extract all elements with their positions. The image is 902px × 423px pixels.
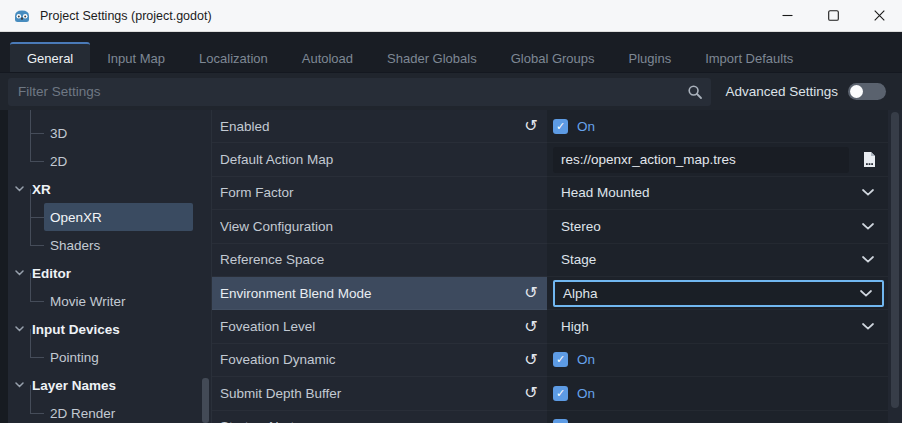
toggle-knob — [850, 85, 863, 98]
close-icon — [874, 10, 885, 21]
tree-item-label: Movie Writer — [50, 294, 126, 309]
checkmark-icon: ✓ — [556, 120, 565, 133]
revert-icon[interactable]: ↺ — [521, 116, 541, 136]
file-icon — [862, 151, 877, 168]
titlebar[interactable]: Project Settings (project.godot) — [0, 0, 902, 32]
foveation-dynamic-checkbox[interactable]: ✓ — [553, 352, 568, 367]
action-map-path-field[interactable]: res://openxr_action_map.tres — [553, 147, 849, 173]
chevron-down-icon — [15, 186, 24, 192]
sidebar-scrollbar-thumb[interactable] — [202, 378, 209, 423]
chevron-down-icon — [15, 326, 24, 332]
settings-tab-bar: General Input Map Localization Autoload … — [0, 32, 902, 72]
startup-alert-checkbox[interactable]: ✓ — [553, 419, 568, 423]
setting-label: Default Action Map — [220, 152, 541, 167]
tree-item-shaders[interactable]: Shaders — [8, 231, 211, 259]
tree-item-3d[interactable]: 3D — [8, 119, 211, 147]
checkmark-icon: ✓ — [556, 353, 565, 366]
tab-general[interactable]: General — [10, 42, 90, 72]
setting-row-foveation-dynamic: Foveation Dynamic ↺ ✓ On — [212, 344, 902, 377]
tree-section-input-devices[interactable]: Input Devices — [8, 315, 211, 343]
tree-item-movie-writer[interactable]: Movie Writer — [8, 287, 211, 315]
tree-section-layer-names[interactable]: Layer Names — [8, 371, 211, 399]
tab-import-defaults[interactable]: Import Defaults — [688, 42, 810, 72]
checkbox-state-label: On — [577, 119, 595, 134]
tree-section-label: XR — [32, 182, 51, 197]
view-configuration-dropdown[interactable]: Stereo — [553, 213, 884, 240]
filter-placeholder: Filter Settings — [18, 84, 101, 99]
setting-row-default-action-map: Default Action Map res://openxr_action_m… — [212, 143, 902, 176]
setting-label: Enabled — [220, 119, 521, 134]
minimize-icon — [782, 10, 793, 21]
browse-file-button[interactable] — [854, 147, 884, 173]
maximize-icon — [828, 10, 839, 21]
project-settings-window: { "window": { "title": "Project Settings… — [0, 0, 902, 423]
tree-item-pointing[interactable]: Pointing — [8, 343, 211, 371]
minimize-button[interactable] — [764, 0, 810, 31]
dropdown-value: Head Mounted — [561, 185, 862, 200]
checkbox-state-label: On — [577, 352, 595, 367]
settings-scrollbar-thumb[interactable] — [891, 112, 899, 408]
submit-depth-buffer-checkbox[interactable]: ✓ — [553, 386, 568, 401]
reference-space-dropdown[interactable]: Stage — [553, 246, 884, 273]
tab-localization[interactable]: Localization — [182, 42, 285, 72]
setting-row-form-factor: Form Factor Head Mounted — [212, 177, 902, 210]
dropdown-value: High — [561, 319, 862, 334]
tree-item-2d-render[interactable]: 2D Render — [8, 399, 211, 423]
tab-autoload[interactable]: Autoload — [285, 42, 370, 72]
tree-item-label: Shaders — [50, 238, 100, 253]
tree-section-label: Editor — [32, 266, 71, 281]
setting-row-reference-space: Reference Space Stage — [212, 244, 902, 277]
tree-section-label: Layer Names — [32, 378, 116, 393]
chevron-down-icon — [15, 270, 24, 276]
dropdown-value: Stage — [561, 252, 862, 267]
tree-item-2d[interactable]: 2D — [8, 147, 211, 175]
maximize-button[interactable] — [810, 0, 856, 31]
search-icon — [687, 84, 703, 100]
revert-icon[interactable]: ↺ — [521, 383, 541, 403]
foveation-level-dropdown[interactable]: High — [553, 313, 884, 340]
setting-label: View Configuration — [220, 219, 541, 234]
form-factor-dropdown[interactable]: Head Mounted — [553, 179, 884, 206]
tab-global-groups[interactable]: Global Groups — [494, 42, 612, 72]
content-area: 3D 2D XR OpenXR Shaders Editor Movie Wri… — [0, 110, 902, 423]
advanced-settings-toggle[interactable] — [848, 83, 886, 100]
filter-settings-input[interactable]: Filter Settings — [8, 78, 711, 106]
tab-plugins[interactable]: Plugins — [612, 42, 689, 72]
environment-blend-mode-dropdown[interactable]: Alpha — [553, 280, 884, 307]
tree-item-label: OpenXR — [50, 210, 102, 225]
setting-label: Form Factor — [220, 185, 541, 200]
settings-category-tree[interactable]: 3D 2D XR OpenXR Shaders Editor Movie Wri… — [8, 110, 212, 423]
setting-label: Foveation Level — [220, 319, 521, 334]
revert-icon[interactable]: ↺ — [521, 317, 541, 337]
path-value: res://openxr_action_map.tres — [561, 152, 736, 167]
tree-section-xr[interactable]: XR — [8, 175, 211, 203]
tree-section-label: Input Devices — [32, 322, 120, 337]
tree-item-label: 2D Render — [50, 406, 115, 421]
window-title: Project Settings (project.godot) — [40, 9, 764, 23]
setting-label: Startup Alert — [220, 419, 541, 423]
godot-logo-icon — [13, 7, 31, 25]
setting-row-startup-alert: Startup Alert ✓ — [212, 411, 902, 423]
tree-item-label: 3D — [50, 126, 67, 141]
chevron-down-icon — [15, 382, 24, 388]
close-button[interactable] — [856, 0, 902, 31]
chevron-down-icon — [862, 323, 874, 330]
tree-section-editor[interactable]: Editor — [8, 259, 211, 287]
filter-bar: Filter Settings Advanced Settings — [0, 72, 902, 110]
chevron-down-icon — [862, 189, 874, 196]
tab-input-map[interactable]: Input Map — [90, 42, 182, 72]
tab-shader-globals[interactable]: Shader Globals — [370, 42, 494, 72]
revert-icon[interactable]: ↺ — [521, 283, 541, 303]
setting-row-enabled: Enabled ↺ ✓ On — [212, 110, 902, 143]
advanced-settings-label: Advanced Settings — [725, 84, 838, 99]
settings-panel: Enabled ↺ ✓ On Default Action Map res://… — [212, 110, 902, 423]
tree-item-label: 2D — [50, 154, 67, 169]
setting-label: Foveation Dynamic — [220, 352, 521, 367]
setting-label: Environment Blend Mode — [220, 286, 521, 301]
setting-label: Reference Space — [220, 252, 541, 267]
chevron-down-icon — [862, 256, 874, 263]
dropdown-value: Stereo — [561, 219, 862, 234]
tree-item-openxr[interactable]: OpenXR — [8, 203, 211, 231]
revert-icon[interactable]: ↺ — [521, 350, 541, 370]
enabled-checkbox[interactable]: ✓ — [553, 119, 568, 134]
